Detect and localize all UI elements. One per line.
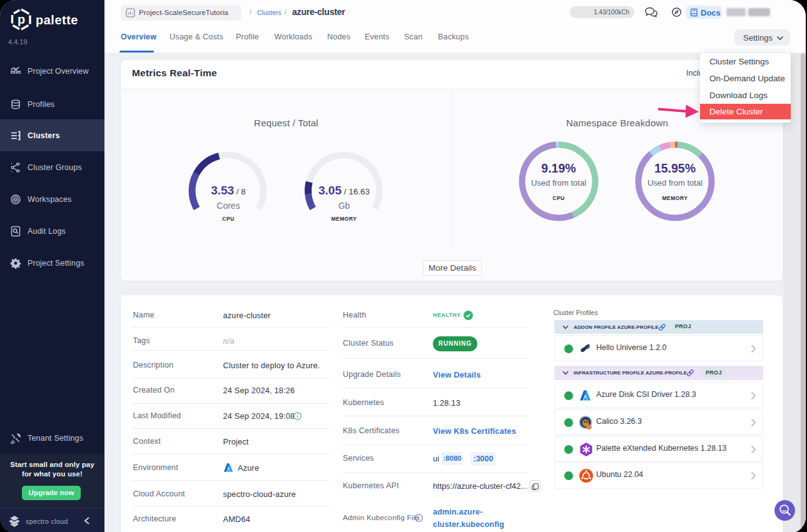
svg-text:p: p [18, 13, 25, 26]
